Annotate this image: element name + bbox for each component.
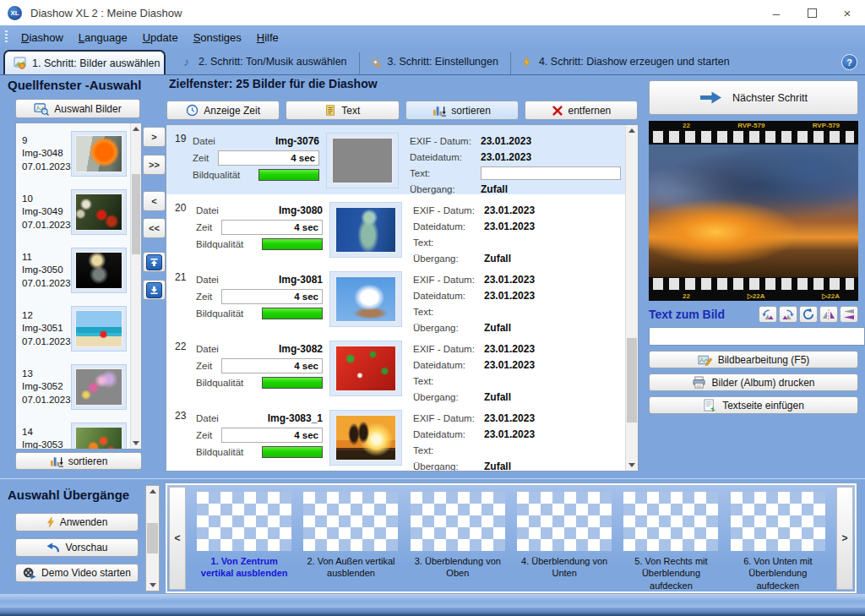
item-date: 07.01.2023 (22, 394, 71, 407)
text-document-icon (324, 104, 336, 117)
time-field[interactable]: 4 sec (221, 358, 323, 373)
time-field[interactable]: 4 sec (218, 150, 319, 166)
text-button[interactable]: Text (286, 101, 399, 120)
source-item[interactable]: 10 Img-3049 07.01.2023 (16, 182, 141, 240)
demo-video-button[interactable]: Demo Video starten (15, 564, 139, 582)
flip-vertical-button[interactable] (840, 306, 858, 323)
row-text-input[interactable] (481, 166, 621, 180)
target-sort-button[interactable]: sortieren (405, 101, 519, 120)
source-item[interactable]: 14 Img-3053 07.01.2023 (16, 415, 141, 450)
text-label: Text: (410, 168, 481, 178)
move-up-button[interactable] (143, 252, 166, 272)
scroll-up-icon[interactable] (131, 123, 141, 134)
scroll-thumb[interactable] (627, 338, 637, 422)
film-marking: 22 (683, 122, 690, 130)
filedate-label: Dateidatum: (413, 291, 484, 301)
source-sort-button[interactable]: sortieren (15, 452, 142, 470)
preview-button[interactable]: Vorschau (15, 538, 139, 557)
transitions-next-button[interactable]: > (836, 487, 853, 590)
menu-diashow[interactable]: Diashow (14, 31, 71, 44)
transition-item[interactable]: 1. Von Zentrum vertikal ausblenden (194, 489, 295, 580)
display-time-button[interactable]: Anzeige Zeit (166, 101, 280, 120)
target-row[interactable]: 22 DateiImg-3082 Zeit4 sec Bildqualität … (166, 333, 638, 402)
source-item[interactable]: 11 Img-3050 07.01.2023 (16, 240, 141, 298)
target-list-scrollbar[interactable] (625, 125, 638, 471)
add-button[interactable]: > (143, 127, 166, 147)
transition-item[interactable]: 3. Überblendung von Oben (407, 489, 508, 580)
maximize-icon (808, 8, 817, 18)
source-item[interactable]: 13 Img-3052 07.01.2023 (16, 357, 141, 415)
display-time-label: Anzeige Zeit (204, 105, 260, 117)
exif-label: EXIF - Datum: (413, 413, 484, 423)
scroll-down-icon[interactable] (626, 460, 638, 471)
insert-text-page-button[interactable]: Textseite einfügen (649, 396, 858, 414)
print-album-button[interactable]: Bilder (Album) drucken (649, 373, 858, 391)
scroll-down-icon[interactable] (131, 438, 141, 449)
help-icon[interactable]: ? (841, 54, 857, 70)
target-row[interactable]: 21 DateiImg-3081 Zeit4 sec Bildqualität … (166, 264, 638, 333)
transition-item[interactable]: 4. Überblendung von Unten (514, 489, 615, 580)
menu-language[interactable]: Language (71, 31, 135, 44)
image-edit-button[interactable]: Bildbearbeitung (F5) (649, 351, 858, 368)
film-marking: 22 (683, 292, 690, 301)
target-row[interactable]: 20 DateiImg-3080 Zeit4 sec Bildqualität … (166, 194, 638, 264)
quality-bar (262, 238, 323, 250)
source-list-scrollbar[interactable] (130, 123, 141, 449)
remove-image-button[interactable]: entfernen (525, 101, 638, 120)
file-label: Datei (196, 205, 219, 215)
scroll-down-icon[interactable] (146, 580, 159, 591)
select-images-button[interactable]: Auswahl Bilder (15, 99, 140, 118)
transition-item[interactable]: 5. Von Rechts mit Überblendung aufdecken (621, 489, 721, 591)
time-field[interactable]: 4 sec (221, 428, 323, 443)
close-button[interactable]: × (830, 0, 865, 25)
transitions-scrollbar[interactable] (145, 485, 160, 591)
remove-button[interactable]: < (143, 191, 166, 211)
exif-value: 23.01.2023 (484, 204, 535, 216)
item-number: 14 (22, 426, 71, 439)
item-date: 07.01.2023 (22, 161, 71, 174)
menu-update[interactable]: Update (135, 31, 186, 44)
tab-step2[interactable]: ♪ 2. Schritt: Ton/Musik auswählen (171, 52, 359, 74)
move-up-icon (146, 254, 162, 270)
target-row[interactable]: 23 DateiImg-3083_1 Zeit4 sec Bildqualitä… (166, 402, 638, 472)
file-value: Img-3083_1 (268, 412, 323, 424)
file-label: Datei (196, 344, 219, 354)
rotate-right-button[interactable] (779, 306, 797, 323)
time-field[interactable]: 4 sec (221, 289, 323, 304)
tab-step1[interactable]: 1. Schritt: Bilder auswählen (3, 50, 166, 74)
scroll-up-icon[interactable] (146, 486, 159, 497)
time-field[interactable]: 4 sec (221, 220, 323, 235)
menu-sonstiges[interactable]: Sonstiges (186, 31, 249, 44)
item-date: 07.01.2023 (22, 277, 71, 291)
rotate-left-button[interactable] (759, 306, 777, 323)
remove-all-button[interactable]: << (143, 218, 166, 238)
transition-item[interactable]: 2. Von Außen vertikal ausblenden (301, 489, 401, 580)
add-all-button[interactable]: >> (143, 155, 166, 175)
transitions-prev-button[interactable]: < (169, 487, 186, 590)
transition-label: Übergang: (410, 184, 481, 194)
rotate-180-button[interactable] (799, 306, 818, 323)
red-x-icon (552, 105, 563, 117)
menu-hilfe[interactable]: Hilfe (249, 31, 286, 44)
minimize-button[interactable]: – (759, 0, 794, 25)
quality-label: Bildqualität (196, 308, 243, 319)
target-row[interactable]: 19 DateiImg-3076 Zeit4 sec Bildqualität … (166, 125, 638, 194)
source-item[interactable]: 12 Img-3051 07.01.2023 (16, 298, 141, 357)
scroll-up-icon[interactable] (626, 125, 638, 136)
apply-button[interactable]: Anwenden (15, 513, 139, 532)
text-label: Text: (413, 237, 484, 248)
tab-step3[interactable]: 3. Schritt: Einstellungen (359, 52, 510, 74)
scroll-thumb[interactable] (132, 174, 140, 254)
item-name: Img-3049 (22, 205, 71, 219)
transition-item[interactable]: 6. Von Unten mit Überblendung aufdecken (727, 489, 828, 591)
tab-step4[interactable]: 4. Schritt: Diashow erzeugen und starten (510, 52, 742, 74)
maximize-button[interactable] (794, 0, 830, 25)
scroll-thumb[interactable] (147, 523, 158, 553)
transition-value: Zufall (484, 253, 511, 264)
preview-label: Vorschau (65, 542, 107, 553)
source-item[interactable]: 9 Img-3048 07.01.2023 (16, 123, 141, 182)
image-text-input[interactable] (649, 327, 865, 346)
flip-horizontal-button[interactable] (819, 306, 838, 323)
next-step-button[interactable]: Nächster Schritt (649, 80, 858, 115)
move-down-button[interactable] (143, 280, 166, 300)
